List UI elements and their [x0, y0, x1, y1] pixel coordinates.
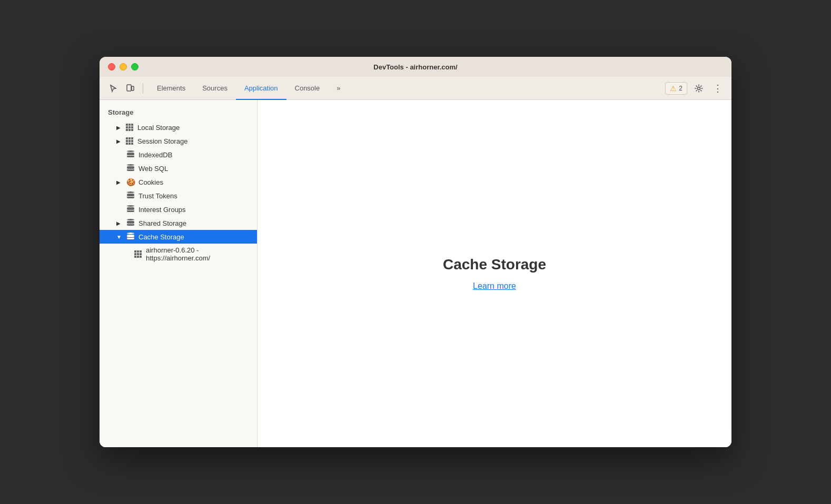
- sidebar-item-shared-storage[interactable]: ▶ Shared Storage: [100, 216, 257, 230]
- grid-icon: [126, 137, 134, 145]
- maximize-button[interactable]: [131, 63, 138, 70]
- storage-section-header: Storage: [100, 100, 257, 120]
- traffic-lights: [108, 63, 138, 70]
- tab-console[interactable]: Console: [286, 77, 329, 100]
- grid-icon: [126, 124, 134, 131]
- main-content: Storage ▶ Local Storage ▶ Ses: [100, 100, 731, 447]
- sidebar-item-session-storage[interactable]: ▶ Session Storage: [100, 134, 257, 148]
- chevron-down-icon: ▼: [116, 234, 123, 240]
- interest-groups-label: Interest Groups: [138, 206, 186, 214]
- db-icon: [126, 233, 135, 241]
- chevron-right-icon: ▶: [116, 179, 123, 185]
- sidebar-item-cache-storage[interactable]: ▼ Cache Storage: [100, 230, 257, 244]
- settings-button[interactable]: [691, 81, 706, 96]
- db-icon: [126, 150, 135, 159]
- warning-count: 2: [679, 85, 682, 92]
- sidebar-item-cache-entry[interactable]: airhorner-0.6.20 - https://airhorner.com…: [100, 244, 257, 265]
- svg-rect-1: [132, 86, 134, 90]
- cache-storage-label: Cache Storage: [138, 233, 184, 241]
- toolbar: Elements Sources Application Console » ⚠…: [100, 77, 731, 100]
- inspect-element-button[interactable]: [106, 81, 121, 96]
- cursor-icon: [109, 84, 117, 93]
- window-title: DevTools - airhorner.com/: [373, 63, 457, 71]
- tab-elements[interactable]: Elements: [149, 77, 194, 100]
- shared-storage-label: Shared Storage: [138, 219, 186, 227]
- sidebar-item-indexeddb[interactable]: IndexedDB: [100, 148, 257, 162]
- sidebar-item-trust-tokens[interactable]: Trust Tokens: [100, 189, 257, 203]
- gear-icon: [695, 84, 703, 93]
- db-icon: [126, 164, 135, 173]
- grid-icon: [134, 250, 143, 258]
- cookies-label: Cookies: [138, 178, 163, 186]
- device-icon: [126, 84, 134, 93]
- devtools-window: DevTools - airhorner.com/ Elements Sourc…: [100, 57, 731, 447]
- device-toolbar-button[interactable]: [123, 81, 137, 96]
- db-icon: [126, 191, 135, 200]
- warning-icon: ⚠: [670, 84, 677, 93]
- cache-entry-label: airhorner-0.6.20 - https://airhorner.com…: [146, 246, 249, 262]
- toolbar-right: ⚠ 2 ⋮: [665, 81, 725, 96]
- toolbar-tabs: Elements Sources Application Console »: [149, 77, 663, 99]
- session-storage-label: Session Storage: [137, 137, 187, 145]
- close-button[interactable]: [108, 63, 115, 70]
- local-storage-label: Local Storage: [137, 124, 180, 132]
- sidebar-item-web-sql[interactable]: Web SQL: [100, 162, 257, 175]
- main-panel: Cache Storage Learn more: [258, 100, 731, 447]
- svg-rect-0: [127, 85, 131, 91]
- db-icon: [126, 205, 135, 214]
- sidebar-item-cookies[interactable]: ▶ 🍪 Cookies: [100, 175, 257, 189]
- panel-title: Cache Storage: [443, 256, 546, 273]
- learn-more-link[interactable]: Learn more: [473, 281, 516, 291]
- tab-application[interactable]: Application: [236, 77, 286, 100]
- sidebar: Storage ▶ Local Storage ▶ Ses: [100, 100, 258, 447]
- warning-badge[interactable]: ⚠ 2: [665, 82, 687, 95]
- web-sql-label: Web SQL: [138, 165, 168, 173]
- tab-more[interactable]: »: [328, 77, 349, 100]
- title-bar: DevTools - airhorner.com/: [100, 57, 731, 77]
- sidebar-item-local-storage[interactable]: ▶ Local Storage: [100, 120, 257, 134]
- trust-tokens-label: Trust Tokens: [138, 192, 177, 200]
- svg-point-2: [698, 87, 700, 89]
- indexeddb-label: IndexedDB: [138, 151, 172, 159]
- chevron-right-icon: ▶: [116, 220, 123, 226]
- more-options-button[interactable]: ⋮: [710, 81, 725, 96]
- chevron-right-icon: ▶: [116, 138, 123, 144]
- sidebar-item-interest-groups[interactable]: Interest Groups: [100, 203, 257, 216]
- tab-sources[interactable]: Sources: [194, 77, 236, 100]
- minimize-button[interactable]: [120, 63, 127, 70]
- chevron-right-icon: ▶: [116, 125, 123, 130]
- toolbar-divider: [143, 83, 143, 94]
- db-icon: [126, 219, 135, 227]
- cookie-icon: 🍪: [126, 178, 135, 186]
